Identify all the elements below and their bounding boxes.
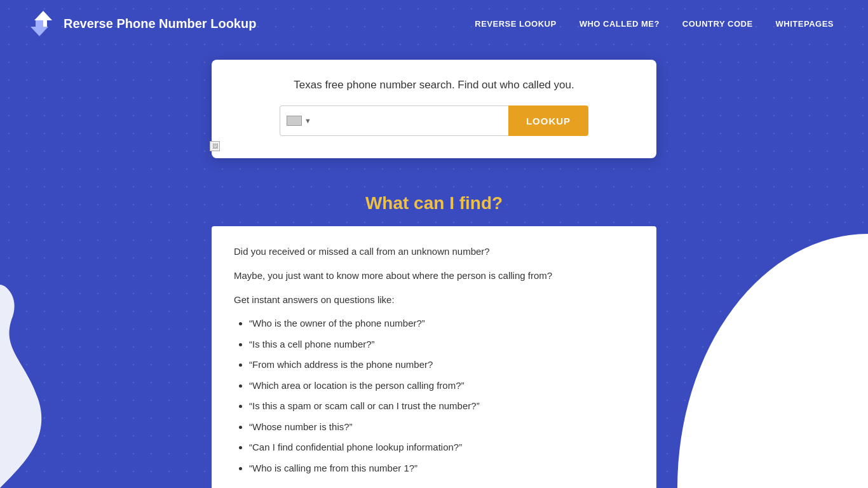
content-card: Did you received or missed a call from a… xyxy=(212,226,656,488)
logo-icon xyxy=(25,8,57,39)
list-item-3: “From which address is the phone number? xyxy=(249,358,634,372)
logo-text: Reverse Phone Number Lookup xyxy=(64,17,256,31)
list-item-2: “Is this a cell phone number?” xyxy=(249,337,634,352)
content-paragraph-2: Maybe, you just want to know more about … xyxy=(234,268,634,283)
phone-input[interactable] xyxy=(316,116,502,126)
phone-input-wrapper: ▼ xyxy=(280,105,508,136)
flag-box xyxy=(287,116,302,126)
broken-image-indicator: 🖼 xyxy=(210,141,220,151)
header: Reverse Phone Number Lookup REVERSE LOOK… xyxy=(0,0,868,47)
list-item-7: “Can I find confidential phone lookup in… xyxy=(249,440,634,455)
list-item-4: “Which area or location is the person ca… xyxy=(249,379,634,393)
section-title: What can I find? xyxy=(0,177,868,226)
logo-area[interactable]: Reverse Phone Number Lookup xyxy=(25,8,256,39)
nav-item-who-called-me[interactable]: WHO CALLED ME? xyxy=(571,14,668,34)
nav-item-whitepages[interactable]: WHITEPAGES xyxy=(767,14,843,34)
list-item-5: “Is this a spam or scam call or can I tr… xyxy=(249,399,634,414)
flag-dropdown-arrow[interactable]: ▼ xyxy=(304,117,311,125)
search-row: ▼ LOOKUP xyxy=(237,105,631,136)
nav-item-country-code[interactable]: COUNTRY CODE xyxy=(674,14,762,34)
content-paragraph-1: Did you received or missed a call from a… xyxy=(234,244,634,259)
features-list: “Who is the owner of the phone number?” … xyxy=(234,316,634,475)
content-paragraph-3: Get instant answers on questions like: xyxy=(234,292,634,308)
search-card-title: Texas free phone number search. Find out… xyxy=(237,79,631,92)
lookup-button[interactable]: LOOKUP xyxy=(508,105,588,136)
list-item-8: “Who is calling me from this number 1?” xyxy=(249,461,634,476)
content-card-wrapper: Did you received or missed a call from a… xyxy=(0,226,868,488)
hero-section: 🖼 Texas free phone number search. Find o… xyxy=(0,47,868,177)
list-item-6: “Whose number is this?” xyxy=(249,420,634,435)
search-card: Texas free phone number search. Find out… xyxy=(212,60,656,158)
flag-area[interactable]: ▼ xyxy=(287,116,311,126)
nav-item-reverse-lookup[interactable]: REVERSE LOOKUP xyxy=(466,14,565,34)
content-section: What can I find? Did you received or mis… xyxy=(0,177,868,488)
main-nav: REVERSE LOOKUP WHO CALLED ME? COUNTRY CO… xyxy=(466,14,843,34)
list-item-1: “Who is the owner of the phone number?” xyxy=(249,316,634,331)
